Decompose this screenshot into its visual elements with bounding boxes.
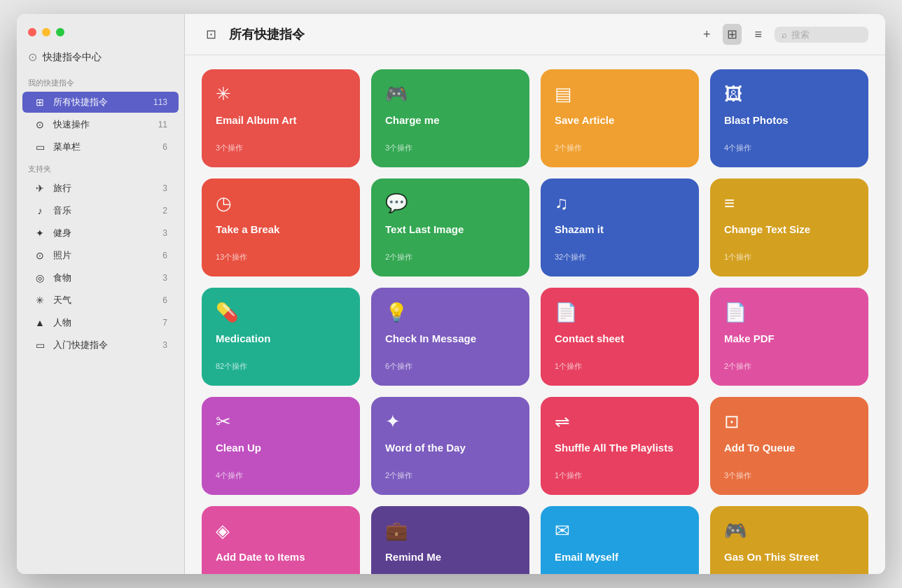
shortcut-card-shazam-it[interactable]: ♫ Shazam it 32个操作	[541, 178, 699, 276]
card-title-blast-photos: Blast Photos	[724, 113, 854, 127]
card-icon-email-myself: ✉	[555, 520, 685, 542]
card-icon-make-pdf: 📄	[724, 302, 854, 323]
shortcuts-center-icon: ⊙	[28, 50, 37, 64]
card-subtitle-email-album-art: 3个操作	[216, 143, 346, 153]
card-icon-shuffle-all-playlists: ⇌	[555, 411, 685, 433]
sidebar-item-photos[interactable]: ⊙ 照片 6	[22, 245, 179, 266]
card-title-check-in-message: Check In Message	[385, 332, 515, 346]
card-title-word-of-the-day: Word of the Day	[385, 441, 515, 455]
sidebar-toggle-button[interactable]: ⊡	[202, 24, 221, 45]
card-icon-shazam-it: ♫	[555, 192, 685, 214]
card-icon-contact-sheet: 📄	[555, 302, 685, 323]
shortcuts-grid: ✳ Email Album Art 3个操作 🎮 Charge me 3个操作 …	[202, 69, 868, 574]
card-title-email-album-art: Email Album Art	[216, 113, 346, 127]
card-title-gas-on-this-street: Gas On This Street	[724, 550, 854, 564]
shortcut-card-remind-me[interactable]: 💼 Remind Me 3个操作	[371, 506, 529, 574]
card-icon-take-a-break: ◷	[216, 192, 346, 214]
list-view-button[interactable]: ≡	[750, 24, 766, 45]
people-count: 7	[162, 318, 167, 328]
card-subtitle-check-in-message: 6个操作	[385, 361, 515, 372]
card-subtitle-shazam-it: 32个操作	[555, 252, 685, 262]
my-shortcuts-section-label: 我的快捷指令	[17, 72, 184, 91]
sidebar-item-menubar[interactable]: ▭ 菜单栏 6	[22, 136, 179, 158]
card-title-shazam-it: Shazam it	[555, 223, 685, 237]
sidebar-item-travel[interactable]: ✈ 旅行 3	[22, 178, 179, 199]
shortcut-card-text-last-image[interactable]: 💬 Text Last Image 2个操作	[371, 178, 529, 276]
shortcut-card-clean-up[interactable]: ✂ Clean Up 4个操作	[202, 397, 360, 495]
apps-section-label: 支持夹	[17, 158, 184, 177]
fitness-count: 3	[162, 228, 167, 238]
search-box: ⌕	[775, 27, 868, 43]
maximize-button[interactable]	[56, 28, 64, 36]
minimize-button[interactable]	[42, 28, 50, 36]
card-title-medication: Medication	[216, 332, 346, 346]
all-shortcuts-icon: ⊞	[34, 97, 46, 108]
shortcut-card-check-in-message[interactable]: 💡 Check In Message 6个操作	[371, 288, 529, 386]
weather-icon: ✳	[34, 295, 46, 306]
card-subtitle-clean-up: 4个操作	[216, 470, 346, 481]
sidebar-item-intro[interactable]: ▭ 入门快捷指令 3	[22, 335, 179, 356]
all-shortcuts-label: 所有快捷指令	[53, 96, 146, 108]
shortcut-card-make-pdf[interactable]: 📄 Make PDF 2个操作	[710, 288, 868, 386]
shortcut-card-contact-sheet[interactable]: 📄 Contact sheet 1个操作	[541, 288, 699, 386]
shortcut-card-word-of-the-day[interactable]: ✦ Word of the Day 2个操作	[371, 397, 529, 495]
shortcut-card-add-to-queue[interactable]: ⊡ Add To Queue 3个操作	[710, 397, 868, 495]
app-window: ⊙ 快捷指令中心 我的快捷指令 ⊞ 所有快捷指令 113 ⊙ 快速操作 11 ▭…	[17, 14, 885, 574]
shortcut-card-blast-photos[interactable]: 🖼 Blast Photos 4个操作	[710, 69, 868, 167]
menubar-icon: ▭	[34, 141, 46, 153]
shortcut-card-gas-on-this-street[interactable]: 🎮 Gas On This Street 3个操作	[710, 506, 868, 574]
all-shortcuts-count: 113	[153, 97, 167, 107]
close-button[interactable]	[28, 28, 36, 36]
weather-label: 天气	[53, 294, 155, 307]
card-title-contact-sheet: Contact sheet	[555, 332, 685, 346]
card-icon-word-of-the-day: ✦	[385, 411, 515, 433]
food-label: 食物	[53, 272, 155, 284]
card-subtitle-charge-me: 3个操作	[385, 143, 515, 153]
card-icon-email-album-art: ✳	[216, 83, 346, 105]
shortcut-card-save-article[interactable]: ▤ Save Article 2个操作	[541, 69, 699, 167]
card-title-charge-me: Charge me	[385, 113, 515, 127]
sidebar-item-music[interactable]: ♪ 音乐 2	[22, 200, 179, 221]
card-icon-add-date-to-items: ◈	[216, 520, 346, 542]
card-icon-clean-up: ✂	[216, 411, 346, 433]
sidebar-item-weather[interactable]: ✳ 天气 6	[22, 290, 179, 311]
shortcut-card-take-a-break[interactable]: ◷ Take a Break 13个操作	[202, 178, 360, 276]
card-title-add-to-queue: Add To Queue	[724, 441, 854, 455]
sidebar-item-food[interactable]: ◎ 食物 3	[22, 267, 179, 288]
shortcut-card-charge-me[interactable]: 🎮 Charge me 3个操作	[371, 69, 529, 167]
shortcuts-center-header: ⊙ 快捷指令中心	[17, 48, 184, 72]
quick-actions-label: 快速操作	[53, 118, 151, 131]
sidebar-item-quick-actions[interactable]: ⊙ 快速操作 11	[22, 114, 179, 135]
card-subtitle-medication: 82个操作	[216, 361, 346, 372]
shortcut-card-email-album-art[interactable]: ✳ Email Album Art 3个操作	[202, 69, 360, 167]
shortcut-card-email-myself[interactable]: ✉ Email Myself 6个操作	[541, 506, 699, 574]
toolbar: ⊡ 所有快捷指令 + ⊞ ≡ ⌕	[185, 14, 885, 55]
travel-label: 旅行	[53, 182, 155, 195]
shortcut-card-shuffle-all-playlists[interactable]: ⇌ Shuffle All The Playlists 1个操作	[541, 397, 699, 495]
search-input[interactable]	[791, 29, 861, 40]
menubar-count: 6	[162, 142, 167, 152]
shortcut-card-add-date-to-items[interactable]: ◈ Add Date to Items 9个操作	[202, 506, 360, 574]
sidebar-item-people[interactable]: ▲ 人物 7	[22, 312, 179, 333]
card-icon-charge-me: 🎮	[385, 83, 515, 105]
sidebar: ⊙ 快捷指令中心 我的快捷指令 ⊞ 所有快捷指令 113 ⊙ 快速操作 11 ▭…	[17, 14, 185, 574]
quick-actions-icon: ⊙	[34, 119, 46, 130]
card-title-take-a-break: Take a Break	[216, 223, 346, 237]
sidebar-item-fitness[interactable]: ✦ 健身 3	[22, 223, 179, 244]
shortcut-card-change-text-size[interactable]: ≡ Change Text Size 1个操作	[710, 178, 868, 276]
add-shortcut-button[interactable]: +	[699, 24, 715, 45]
shortcut-card-medication[interactable]: 💊 Medication 82个操作	[202, 288, 360, 386]
people-icon: ▲	[34, 317, 46, 328]
weather-count: 6	[162, 295, 167, 305]
card-title-add-date-to-items: Add Date to Items	[216, 550, 346, 564]
menubar-label: 菜单栏	[53, 141, 155, 153]
card-icon-change-text-size: ≡	[724, 192, 854, 214]
sidebar-item-all[interactable]: ⊞ 所有快捷指令 113	[22, 92, 179, 113]
travel-count: 3	[162, 183, 167, 193]
music-count: 2	[162, 206, 167, 216]
card-icon-remind-me: 💼	[385, 520, 515, 542]
grid-view-button[interactable]: ⊞	[723, 24, 742, 45]
intro-count: 3	[162, 340, 167, 350]
intro-label: 入门快捷指令	[53, 339, 155, 351]
card-icon-gas-on-this-street: 🎮	[724, 520, 854, 542]
